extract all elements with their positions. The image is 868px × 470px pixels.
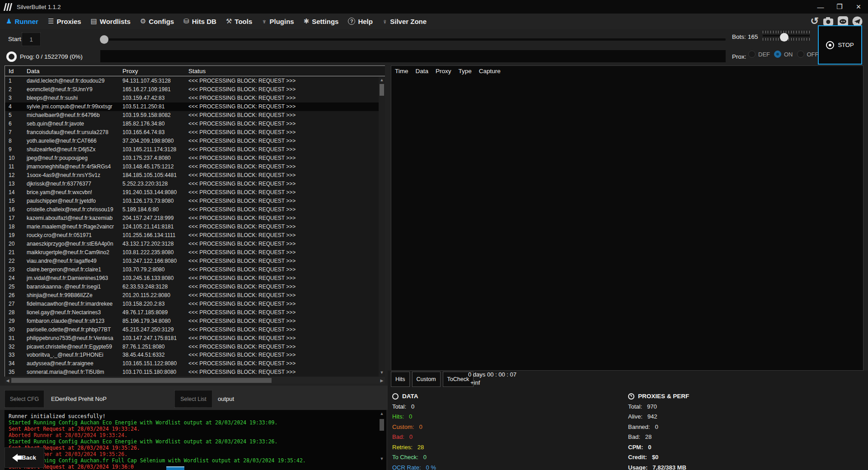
table-row[interactable]: 2eonmcllet@neuf.fr:SUnnY9165.16.27.109:1… [5, 85, 379, 94]
select-cfg-button[interactable]: Select CFG [5, 390, 44, 408]
prox-option-off[interactable]: OFF [797, 51, 819, 58]
radio-def[interactable] [748, 51, 755, 58]
table-row[interactable]: 10jpeg@neuf.fr:poupoujpeg103.175.237.4:8… [5, 154, 379, 163]
prox-option-def[interactable]: DEF [748, 51, 770, 58]
results-table: IdDataProxyStatus 1david.leclech@neuf.fr… [5, 65, 385, 377]
table-row[interactable]: 29fombaron.claude@neuf.fr:sfr12385.196.1… [5, 316, 379, 325]
camera-icon[interactable] [823, 17, 834, 26]
table-row[interactable]: 20anaeszkiprzygo@neuf.fr:stE6A4p0n43.132… [5, 239, 379, 248]
row-status: <<< PROCESSING BLOCK: REQUEST >>> [188, 326, 379, 333]
results-horizontal-scrollbar[interactable]: ◀ ▶ [5, 377, 385, 384]
scroll-down-icon[interactable]: ▼ [379, 456, 385, 461]
wordlists-icon: ▤ [91, 17, 97, 25]
table-row[interactable]: 31philippebruno7535@neuf.fr:Ventesa103.1… [5, 334, 379, 342]
row-status: <<< PROCESSING BLOCK: REQUEST >>> [188, 369, 379, 375]
table-row[interactable]: 32picavet.christelle@neuf.fr:Egypte5987.… [5, 342, 379, 351]
select-list-button[interactable]: Select List [174, 390, 212, 408]
menu-item-settings[interactable]: ✱Settings [304, 17, 339, 25]
table-row[interactable]: 35sonnerat.maria@neuf.fr:Tl5U8m103.170.1… [5, 368, 379, 377]
menu-item-wordlists[interactable]: ▤Wordlists [91, 17, 131, 25]
radio-on[interactable] [774, 51, 781, 58]
maximize-icon[interactable]: ❐ [830, 0, 849, 14]
row-status: <<< PROCESSING BLOCK: REQUEST >>> [188, 172, 379, 178]
row-id: 1 [9, 78, 27, 84]
scroll-up-icon[interactable]: ▲ [379, 77, 385, 83]
row-data: shulzealrfed@neuf.fr:D6j5Zx [27, 146, 122, 153]
table-row[interactable]: 3bleeps@neuf.fr:sushi103.159.47.42:83<<<… [5, 94, 379, 102]
table-row[interactable]: 6seb.quin@neuf.fr:javote185.82.176.34:80… [5, 120, 379, 128]
table-row[interactable]: 22viau.andre@neuf.fr:lagaffe49103.247.12… [5, 256, 379, 265]
log-area[interactable]: Runner initialized succesfully!Started R… [5, 410, 386, 470]
scrollbar-thumb[interactable] [11, 378, 272, 383]
table-row[interactable]: 27fidelmacawthor@neuf.fr:imardrekee103.1… [5, 299, 379, 308]
row-data: audyssea@neuf.fr:araignee [27, 360, 122, 367]
table-row[interactable]: 24jm.vidal@neuf.fr:Damienines1963103.245… [5, 274, 379, 282]
scrollbar-thumb[interactable] [380, 419, 384, 431]
table-row[interactable]: 26shinjia@neuf.fr:99B86IlZZe201.20.115.2… [5, 291, 379, 299]
results-vertical-scrollbar[interactable]: ▲ ▼ [379, 77, 385, 377]
start-slider-thumb[interactable] [100, 35, 108, 44]
row-id: 19 [9, 232, 27, 238]
log-scrollbar[interactable]: ▲ ▼ [379, 411, 385, 469]
menu-item-hits-db[interactable]: ⛁Hits DB [183, 17, 216, 25]
log-line: Sent Abort Request at 28/03/2024 19:36:0 [9, 464, 379, 470]
start-input[interactable]: 1 [22, 33, 41, 46]
table-row[interactable]: 17kazemi.aboulfazl@neuf.fr:kazemiab204.1… [5, 214, 379, 223]
row-proxy: 103.165.64.74:83 [122, 129, 188, 135]
table-row[interactable]: 21maikkrugertple@neuf.fr:Cam9ino2103.81.… [5, 248, 379, 256]
scroll-down-icon[interactable]: ▼ [379, 369, 385, 376]
menu-item-help[interactable]: ?Help [348, 18, 373, 25]
table-row[interactable]: 14brice.yam@neuf.fr:wxcvbn!191.240.153.1… [5, 188, 379, 197]
scroll-up-icon[interactable]: ▲ [379, 411, 385, 416]
menu-item-silver-zone[interactable]: ♀Silver Zone [382, 18, 427, 25]
prox-option-on[interactable]: ON [774, 51, 793, 58]
bots-slider-thumb[interactable] [780, 33, 788, 42]
selected-config-value: EDenRed Prehit NoP [51, 396, 107, 402]
table-row[interactable]: 16cristelle.challeix@neuf.fr:chrissou195… [5, 205, 379, 214]
table-row[interactable]: 30pariselle.odette@neuf.fr:phbp77BT45.21… [5, 325, 379, 334]
history-icon[interactable]: ↺ [811, 16, 819, 26]
table-row[interactable]: 8yoth.aurelie@neuf.fr:CAT66637.204.209.1… [5, 137, 379, 145]
close-icon[interactable]: × [849, 0, 868, 14]
row-data: fidelmacawthor@neuf.fr:imardrekee [27, 301, 122, 307]
row-status: <<< PROCESSING BLOCK: REQUEST >>> [188, 275, 379, 281]
radio-off[interactable] [797, 51, 804, 58]
table-row[interactable]: 19roucky.cro@neuf.fr:051971101.255.166.1… [5, 231, 379, 239]
table-row[interactable]: 1david.leclech@neuf.fr:doudou2994.131.10… [5, 77, 379, 85]
stat-value: 28 [645, 433, 652, 440]
table-row[interactable]: 25baranskaanna-.@neuf.fr:isegi162.33.53.… [5, 282, 379, 291]
menu-item-runner[interactable]: ♟Runner [6, 17, 38, 25]
start-slider[interactable] [100, 38, 726, 41]
table-row[interactable]: 18marie.maalem@neuf.fr:Rage2vaincr124.10… [5, 222, 379, 231]
table-row[interactable]: 23claire.bergeron@neuf.fr:claire1103.70.… [5, 265, 379, 274]
back-arrow-icon [8, 454, 18, 462]
table-row[interactable]: 28lionel.gay@neuf.fr:Nectarines349.76.17… [5, 308, 379, 316]
menu-item-tools[interactable]: ⚒Tools [226, 17, 252, 25]
scrollbar-thumb[interactable] [380, 84, 384, 96]
table-row[interactable]: 5michaelbaer9@neuf.fr:64796b103.19.59.15… [5, 111, 379, 120]
minimize-icon[interactable]: — [811, 0, 830, 14]
tab-hits[interactable]: Hits [391, 372, 410, 387]
table-row[interactable]: 15paulschipper@neuf.fr:jyetdfo103.126.17… [5, 197, 379, 205]
table-row[interactable]: 121soox-4as9@neuf.fr:nrsYSv1z184.185.105… [5, 171, 379, 180]
menu-item-plugins[interactable]: ♆Plugins [262, 18, 294, 25]
tab-custom[interactable]: Custom [412, 372, 441, 387]
menu-item-proxies[interactable]: ☰Proxies [48, 17, 81, 25]
table-row[interactable]: 9shulzealrfed@neuf.fr:D6j5Zx103.165.211.… [5, 145, 379, 154]
stop-button[interactable]: STOP [818, 25, 862, 65]
table-row[interactable]: 13djkrissk@neuf.fr:637763775.252.23.220:… [5, 180, 379, 188]
scroll-right-icon[interactable]: ▶ [379, 377, 385, 384]
row-data: voboriltva_._@neuf.fr:1PHONEi [27, 352, 122, 358]
scroll-left-icon[interactable]: ◀ [5, 377, 11, 384]
row-proxy: 5.189.184.6:80 [122, 206, 188, 213]
back-button[interactable]: Back [5, 447, 44, 468]
table-row[interactable]: 11jmarnoneghhifa@neuf.fr:4r5kRGs4103.148… [5, 163, 379, 171]
bots-slider[interactable] [763, 31, 810, 44]
row-data: marie.maalem@neuf.fr:Rage2vaincr [27, 223, 122, 230]
menu-item-configs[interactable]: ⚙Configs [140, 17, 174, 25]
table-row[interactable]: 33voboriltva_._@neuf.fr:1PHONEi38.45.44.… [5, 351, 379, 359]
row-id: 20 [9, 241, 27, 247]
table-row[interactable]: 34audyssea@neuf.fr:araignee103.165.151.1… [5, 359, 379, 368]
table-row[interactable]: 7francoisdufau@neuf.fr:ursula2278103.165… [5, 128, 379, 137]
table-row[interactable]: 4sylvie.jmi.compub@neuf.fr:99xxtsgr103.5… [5, 102, 379, 111]
